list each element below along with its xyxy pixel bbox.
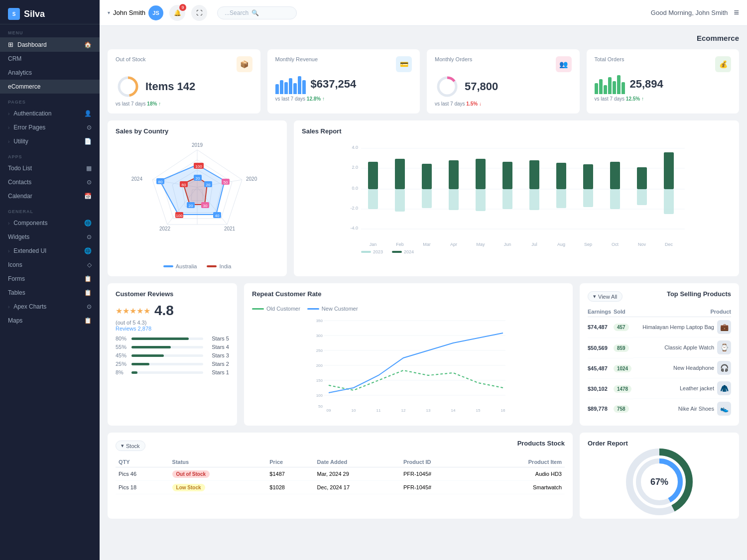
svg-text:11: 11 (376, 408, 381, 413)
rating-value: 4.8 (154, 303, 174, 319)
table-row: $45,487 1024 New Headphone 🎧 (588, 358, 731, 378)
sidebar-item-todo[interactable]: Todo List ▦ (0, 161, 100, 175)
svg-text:15: 15 (476, 408, 481, 413)
chevron-icon-2: › (8, 125, 9, 130)
product-icon: 💼 (717, 320, 731, 334)
sidebar-label-todo: Todo List (8, 165, 32, 172)
brand: S Silva (0, 0, 100, 24)
user-icon: 👤 (84, 110, 92, 117)
svg-text:13: 13 (426, 408, 431, 413)
svg-text:Aug: Aug (557, 242, 565, 247)
product-icon: ⌚ (717, 340, 731, 354)
table-row: $50,569 859 Classic Apple Watch ⌚ (588, 337, 731, 358)
star-row-3: 45% Stars 3 (116, 352, 229, 358)
sidebar-item-forms[interactable]: Forms 📋 (0, 272, 100, 286)
svg-text:250: 250 (316, 348, 323, 353)
th-product-id: Product ID (400, 457, 477, 467)
sidebar-item-analytics[interactable]: Analytics (0, 66, 100, 80)
cell-sold: 457 (614, 317, 633, 338)
svg-rect-69 (610, 162, 620, 189)
stock-table: QTY Status Price Date Added Product ID P… (116, 457, 565, 494)
order-report-title: Order Report (588, 440, 731, 447)
sidebar-item-components[interactable]: › Components 🌐 (0, 216, 100, 230)
svg-rect-60 (476, 189, 486, 211)
globe-icon-2: ⊙ (87, 233, 92, 240)
search-icon: 🔍 (251, 9, 259, 16)
sidebar-label-ecommerce: eCommerce (8, 83, 40, 90)
sidebar-item-authentication[interactable]: › Authentication 👤 (0, 107, 100, 120)
stat-footer-2: vs last 7 days 1.5% ↓ (435, 101, 572, 107)
sidebar: S Silva MENU ⊞ Dashboard 🏠 CRM Analytics… (0, 0, 100, 560)
top-selling-table: Earnings Sold Product $74,487 457 Himala… (588, 307, 731, 419)
dashboard-icon: ⊞ (8, 41, 13, 48)
forms-icon: 📋 (84, 275, 92, 282)
sidebar-label-extended-ui: Extended UI (13, 247, 46, 254)
stat-label-0: Out of Stock (116, 56, 146, 62)
sidebar-item-ecommerce[interactable]: eCommerce (0, 80, 100, 94)
stat-footer-0: vs last 7 days 18% ↑ (116, 101, 252, 107)
sidebar-label-authentication: Authentication (13, 110, 51, 117)
row4: ▾ Stock Products Stock QTY Status Price … (108, 433, 739, 519)
view-all-button[interactable]: ▾ View All (588, 291, 622, 302)
svg-text:Sep: Sep (584, 242, 592, 247)
sidebar-item-extended-ui[interactable]: › Extended UI 🌐 (0, 244, 100, 258)
pages-section-label: PAGES (0, 94, 100, 107)
sidebar-item-calendar[interactable]: Calendar 📅 (0, 189, 100, 203)
stat-value-2: 57,800 (465, 80, 498, 93)
stock-button[interactable]: ▾ Stock (116, 441, 145, 451)
notification-button[interactable]: 🔔 9 (169, 5, 185, 21)
stat-value-3: 25,894 (630, 78, 663, 91)
stars-breakdown: 80% Stars 5 55% Stars 4 45% Stars 3 (116, 336, 229, 375)
bell-icon: 🔔 (174, 9, 181, 16)
sidebar-item-apex-charts[interactable]: › Apex Charts ⊙ (0, 300, 100, 314)
menu-section-label: MENU (0, 24, 100, 37)
sidebar-item-widgets[interactable]: Widgets ⊙ (0, 230, 100, 244)
table-row: Pics 46 Out of Stock $1487 Mar, 2024 29 … (116, 467, 565, 481)
apps-section-label: APPS (0, 148, 100, 161)
product-icon: 🎧 (717, 361, 731, 375)
products-stock-title: Products Stock (517, 440, 565, 447)
stat-icon-1: 💳 (396, 56, 412, 72)
svg-rect-52 (368, 189, 378, 209)
svg-rect-53 (395, 159, 405, 189)
stat-change-2: 1.5% ↓ (466, 101, 482, 107)
th-price: Price (266, 457, 314, 467)
sidebar-label-tables: Tables (8, 289, 25, 296)
globe-icon-3: 🌐 (84, 247, 92, 254)
sidebar-item-error-pages[interactable]: › Error Pages ⊙ (0, 120, 100, 134)
cell-product: Himalayan Hemp Laptop Bag 💼 (633, 317, 731, 337)
reviews-count[interactable]: Reviews 2,878 (116, 326, 229, 332)
product-name: Classic Apple Watch (664, 344, 714, 350)
legend-item-india: India (207, 263, 231, 269)
sidebar-item-dashboard[interactable]: ⊞ Dashboard 🏠 (0, 37, 100, 52)
hamburger-icon[interactable]: ≡ (734, 7, 739, 18)
sidebar-item-tables[interactable]: Tables 📋 (0, 286, 100, 300)
svg-text:2.0: 2.0 (352, 165, 358, 170)
svg-rect-57 (449, 160, 459, 189)
sidebar-item-icons[interactable]: Icons ◇ (0, 258, 100, 272)
svg-rect-87 (361, 251, 371, 253)
svg-text:20: 20 (206, 183, 211, 187)
stat-icon-3: 💰 (715, 56, 731, 72)
sidebar-label-components: Components (13, 220, 47, 226)
user-info[interactable]: ▾ John Smith JS (108, 5, 163, 20)
fullscreen-button[interactable]: ⛶ (191, 5, 207, 21)
svg-rect-65 (556, 163, 566, 189)
cell-product: Nike Air Shoes 👟 (633, 399, 731, 419)
sidebar-item-crm[interactable]: CRM (0, 52, 100, 66)
stat-card-revenue: Monthly Revenue 💳 $637,254 (267, 49, 420, 113)
svg-rect-55 (422, 164, 432, 189)
cell-product: Leather jacket 🧥 (633, 378, 731, 399)
cell-earnings: $50,569 (588, 337, 614, 358)
sidebar-item-maps[interactable]: Maps 📋 (0, 314, 100, 328)
search-box[interactable]: ...Search 🔍 (217, 6, 297, 19)
svg-text:150: 150 (316, 378, 323, 383)
repeat-customer-card: Repeat Customer Rate Old Customer New Cu… (244, 283, 573, 426)
sidebar-item-contacts[interactable]: Contacts ⊙ (0, 175, 100, 189)
chevron-icon-4: › (8, 221, 9, 226)
stat-card-total-orders: Total Orders 💰 25,894 (587, 49, 740, 113)
stat-card-orders: Monthly Orders 👥 57,800 vs last 7 days 1… (427, 49, 580, 113)
stat-value-1: $637,254 (311, 78, 357, 91)
brand-name: Silva (24, 9, 45, 19)
sidebar-item-utility[interactable]: › Utility 📄 (0, 134, 100, 148)
